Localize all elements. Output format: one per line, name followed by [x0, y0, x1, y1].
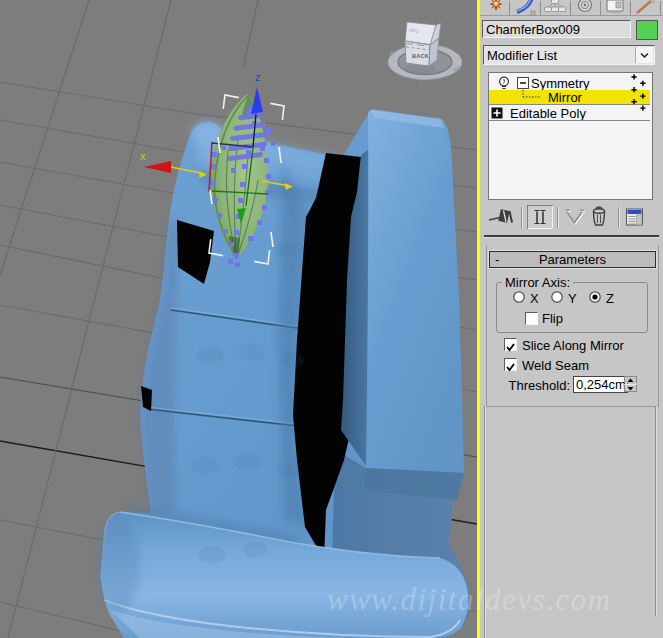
svg-text:BACK: BACK [412, 53, 429, 59]
svg-text:z: z [255, 71, 261, 83]
svg-text:N: N [420, 78, 426, 87]
svg-text:x: x [140, 150, 146, 162]
